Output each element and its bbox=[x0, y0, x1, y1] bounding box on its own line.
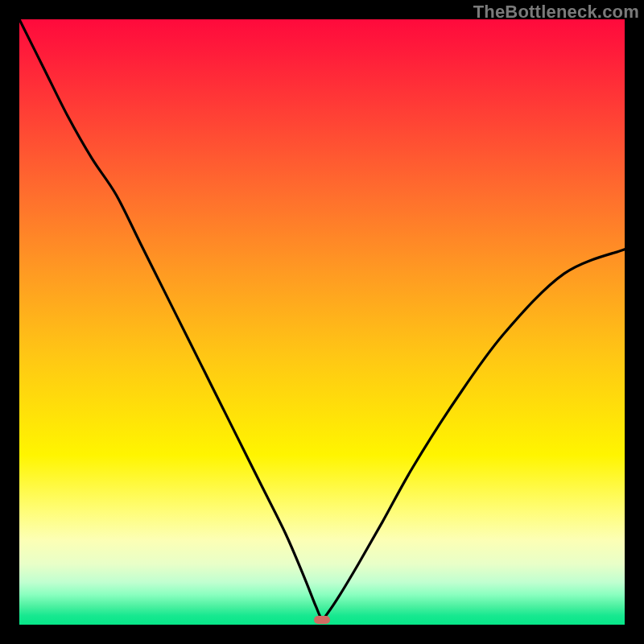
bottleneck-curve bbox=[19, 19, 625, 625]
chart-container: TheBottleneck.com bbox=[0, 0, 644, 644]
plot-area bbox=[19, 19, 625, 625]
watermark-text: TheBottleneck.com bbox=[473, 2, 639, 23]
minimum-marker bbox=[314, 616, 330, 624]
